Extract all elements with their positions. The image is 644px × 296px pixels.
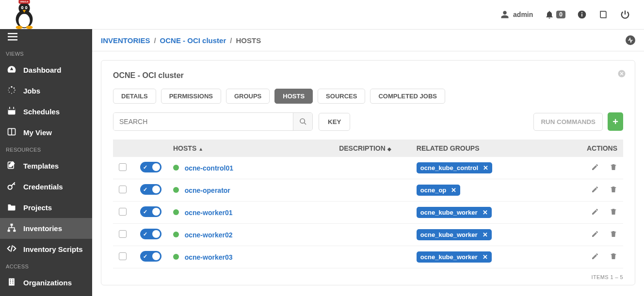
run-commands-button[interactable]: RUN COMMANDS	[533, 113, 603, 131]
activity-icon	[628, 37, 633, 43]
breadcrumb-item[interactable]: INVENTORIES	[101, 36, 150, 45]
current-user[interactable]: admin	[500, 10, 533, 19]
col-hosts[interactable]: HOSTS	[173, 144, 196, 152]
table-row: ocne-worker01 ocne_kube_worker✕	[113, 202, 623, 224]
tab-hosts[interactable]: HOSTS	[274, 89, 313, 104]
pencil-icon	[591, 163, 599, 171]
host-link[interactable]: ocne-control01	[185, 164, 233, 172]
sidebar-item-myview[interactable]: My View	[0, 122, 92, 143]
svg-rect-16	[8, 36, 17, 38]
host-link[interactable]: ocne-operator	[185, 187, 230, 194]
host-link[interactable]: ocne-worker02	[185, 231, 233, 239]
calendar-icon	[7, 106, 16, 117]
host-link[interactable]: ocne-worker03	[185, 253, 233, 261]
power-button[interactable]	[620, 9, 630, 20]
breadcrumb-item[interactable]: OCNE - OCI cluster	[160, 36, 226, 45]
sidebar-item-jobs[interactable]: Jobs	[0, 80, 92, 101]
pencil-icon	[591, 230, 599, 238]
tab-groups[interactable]: GROUPS	[226, 89, 270, 104]
svg-rect-35	[8, 230, 10, 232]
host-enabled-toggle[interactable]	[140, 206, 161, 217]
sidebar-item-inventories[interactable]: Inventories	[0, 218, 92, 239]
group-tag-label: ocne_kube_worker	[420, 253, 478, 261]
sidebar-item-dashboard[interactable]: Dashboard	[0, 60, 92, 80]
trash-icon	[610, 208, 617, 216]
group-tag-label: ocne_kube_worker	[420, 209, 478, 216]
code-icon	[7, 244, 16, 255]
sidebar-toggle[interactable]	[0, 29, 92, 47]
notifications-button[interactable]: 0	[545, 10, 565, 19]
info-button[interactable]	[577, 10, 587, 19]
power-icon	[620, 9, 630, 20]
sidebar-item-templates[interactable]: Templates	[0, 156, 92, 176]
search-button[interactable]	[293, 113, 312, 130]
group-tag[interactable]: ocne_op✕	[417, 185, 460, 196]
edit-host-button[interactable]	[591, 163, 599, 172]
group-tag[interactable]: ocne_kube_worker✕	[417, 251, 492, 263]
host-enabled-toggle[interactable]	[140, 251, 161, 262]
key-button[interactable]: KEY	[319, 113, 350, 131]
spinner-icon	[7, 85, 16, 96]
group-tag[interactable]: ocne_kube_control✕	[417, 162, 492, 173]
delete-host-button[interactable]	[610, 252, 617, 262]
user-icon	[500, 10, 509, 19]
book-icon	[598, 10, 608, 19]
sidebar-item-schedules[interactable]: Schedules	[0, 101, 92, 122]
edit-host-button[interactable]	[591, 208, 599, 217]
hamburger-icon	[8, 33, 17, 41]
sidebar-item-label: Schedules	[23, 108, 60, 116]
remove-group-icon[interactable]: ✕	[483, 253, 488, 261]
row-checkbox[interactable]	[119, 186, 127, 193]
app-logo: ORACLE	[10, 0, 39, 31]
breadcrumb-sep: /	[230, 36, 232, 45]
sidebar-item-label: Organizations	[23, 279, 72, 287]
svg-point-19	[14, 88, 15, 89]
row-checkbox[interactable]	[119, 208, 127, 216]
trash-icon	[610, 252, 617, 260]
svg-point-8	[16, 26, 23, 29]
row-checkbox[interactable]	[119, 252, 127, 260]
sidebar-item-credentials[interactable]: Credentials	[0, 176, 92, 197]
tab-sources[interactable]: SOURCES	[318, 89, 365, 104]
delete-host-button[interactable]	[610, 186, 617, 195]
tab-details[interactable]: DETAILS	[113, 89, 156, 104]
close-panel-button[interactable]	[617, 69, 626, 79]
delete-host-button[interactable]	[610, 163, 617, 172]
edit-host-button[interactable]	[591, 186, 599, 195]
tab-completed-jobs[interactable]: COMPLETED JOBS	[370, 89, 445, 104]
sidebar-item-organizations[interactable]: Organizations	[0, 272, 92, 293]
activity-stream-button[interactable]	[626, 35, 635, 45]
host-enabled-toggle[interactable]	[140, 162, 161, 172]
host-link[interactable]: ocne-worker01	[185, 209, 233, 217]
group-tag[interactable]: ocne_kube_worker✕	[417, 229, 492, 240]
sidebar: VIEWSDashboardJobsSchedulesMy ViewRESOUR…	[0, 0, 92, 296]
sidebar-item-users[interactable]: Users	[0, 293, 92, 296]
host-enabled-toggle[interactable]	[140, 184, 161, 195]
add-host-button[interactable]: +	[608, 112, 623, 131]
edit-host-button[interactable]	[591, 252, 599, 262]
host-enabled-toggle[interactable]	[140, 229, 161, 239]
row-checkbox[interactable]	[119, 163, 127, 171]
delete-host-button[interactable]	[610, 230, 617, 239]
svg-point-6	[26, 7, 27, 8]
remove-group-icon[interactable]: ✕	[483, 164, 488, 171]
col-description[interactable]: DESCRIPTION	[339, 144, 386, 152]
delete-host-button[interactable]	[610, 208, 617, 217]
remove-group-icon[interactable]: ✕	[483, 209, 488, 216]
tab-permissions[interactable]: PERMISSIONS	[161, 89, 221, 104]
svg-text:ORACLE: ORACLE	[20, 0, 28, 3]
remove-group-icon[interactable]: ✕	[451, 187, 456, 194]
svg-point-18	[11, 86, 12, 88]
search-input[interactable]	[113, 113, 293, 130]
table-row: ocne-control01 ocne_kube_control✕	[113, 157, 623, 179]
row-checkbox[interactable]	[119, 230, 127, 238]
sidebar-item-inventory-scripts[interactable]: Inventory Scripts	[0, 239, 92, 260]
svg-point-20	[15, 90, 16, 91]
sidebar-item-projects[interactable]: Projects	[0, 197, 92, 218]
edit-host-button[interactable]	[591, 230, 599, 239]
docs-button[interactable]	[598, 10, 608, 19]
svg-rect-13	[581, 14, 582, 16]
group-tag[interactable]: ocne_kube_worker✕	[417, 207, 492, 218]
remove-group-icon[interactable]: ✕	[483, 231, 488, 238]
status-dot-icon	[173, 187, 179, 193]
